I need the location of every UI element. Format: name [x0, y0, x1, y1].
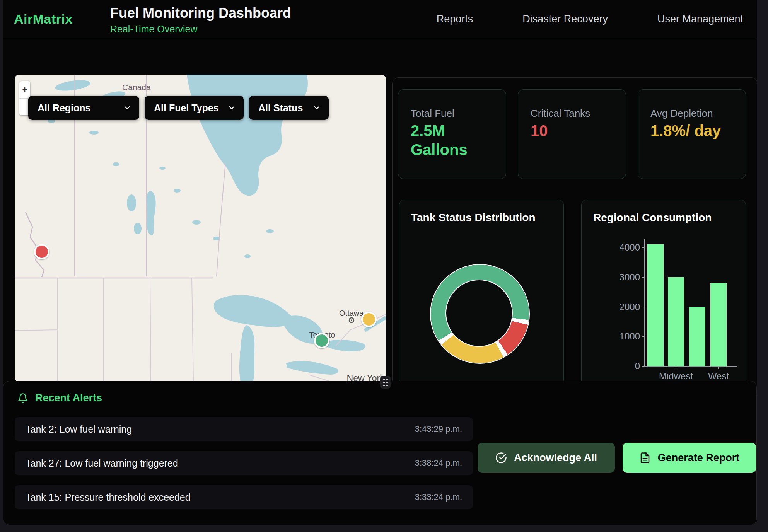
y-axis-tick-label: 2000 — [620, 302, 640, 312]
stat-card-avg-depletion: Avg Depletion1.8%/ day — [638, 89, 746, 179]
bell-icon — [17, 393, 28, 404]
regional-consumption-card: Regional Consumption 01000200030004000Mi… — [581, 200, 746, 390]
dashboard-root: AirMatrix Fuel Monitoring Dashboard Real… — [0, 0, 768, 532]
page-subtitle: Real-Time Overview — [110, 24, 291, 35]
header: AirMatrix Fuel Monitoring Dashboard Real… — [3, 0, 757, 38]
tank-marker-normal[interactable] — [314, 333, 329, 348]
regional-consumption-title: Regional Consumption — [593, 211, 712, 224]
nav-item-user-management[interactable]: User Management — [657, 13, 743, 25]
alert-time: 3:38:24 p.m. — [415, 458, 462, 468]
chevron-down-icon — [123, 104, 131, 112]
y-axis-tick-label: 0 — [635, 361, 640, 372]
alert-time: 3:33:24 p.m. — [415, 492, 462, 502]
filter-dropdown-all-fuel-types[interactable]: All Fuel Types — [145, 96, 244, 120]
alert-message: Tank 27: Low fuel warning triggered — [26, 458, 178, 469]
stat-card-total-fuel: Total Fuel2.5M Gallons — [398, 89, 506, 179]
stat-label: Total Fuel — [411, 107, 454, 119]
alert-row[interactable]: Tank 27: Low fuel warning triggered3:38:… — [15, 451, 473, 475]
y-axis-tick-label: 1000 — [620, 331, 640, 342]
regional-consumption-bar-chart: 01000200030004000MidwestWest — [644, 239, 737, 367]
stat-value: 2.5M Gallons — [411, 121, 484, 159]
nav-item-reports[interactable]: Reports — [437, 13, 473, 25]
top-nav: ReportsDisaster RecoveryUser Management — [437, 0, 743, 38]
tank-marker-warning[interactable] — [361, 312, 377, 327]
stat-value: 1.8%/ day — [650, 121, 724, 140]
acknowledge-all-label: Acknowledge All — [514, 452, 597, 464]
alert-message: Tank 2: Low fuel warning — [26, 424, 132, 435]
x-axis-tick-mark — [676, 366, 676, 369]
alert-row[interactable]: Tank 15: Pressure threshold exceeded3:33… — [15, 485, 473, 509]
bar-Midwest — [668, 277, 684, 366]
tank-marker-critical[interactable] — [34, 244, 49, 259]
stat-label: Avg Depletion — [650, 107, 713, 119]
stat-value: 10 — [531, 121, 604, 140]
tank-status-title: Tank Status Distribution — [411, 211, 536, 224]
filter-dropdown-value: All Status — [258, 102, 303, 114]
check-circle-icon — [495, 452, 507, 464]
alert-message: Tank 15: Pressure threshold exceeded — [26, 492, 191, 503]
chevron-down-icon — [312, 104, 321, 112]
filter-dropdown-value: All Regions — [38, 102, 91, 114]
chevron-down-icon — [227, 104, 236, 112]
fuel-map[interactable]: CanadaOttawaTorontoNew York — [15, 75, 386, 382]
bar-region-3 — [689, 307, 705, 366]
x-axis-tick-label: West — [708, 371, 729, 382]
bar-region-1 — [647, 244, 664, 366]
right-panel: Total Fuel2.5M GallonsCritical Tanks10Av… — [392, 77, 757, 399]
recent-alerts-panel: Recent Alerts Tank 2: Low fuel warning3:… — [3, 381, 757, 525]
map-geography — [15, 75, 386, 382]
y-axis-tick-mark — [642, 336, 645, 337]
map-filters: All RegionsAll Fuel TypesAll Status — [28, 96, 329, 120]
y-axis-tick-mark — [642, 366, 645, 367]
acknowledge-all-button[interactable]: Acknowledge All — [478, 443, 615, 473]
tank-status-card: Tank Status Distribution — [399, 200, 564, 390]
nav-item-disaster-recovery[interactable]: Disaster Recovery — [522, 13, 608, 25]
title-block: Fuel Monitoring Dashboard Real-Time Over… — [110, 5, 291, 35]
generate-report-button[interactable]: Generate Report — [623, 443, 756, 473]
filter-dropdown-all-status[interactable]: All Status — [249, 96, 329, 120]
stat-card-critical-tanks: Critical Tanks10 — [518, 89, 626, 179]
bar-West — [710, 283, 727, 366]
brand-logo: AirMatrix — [14, 12, 73, 27]
y-axis-tick-label: 3000 — [620, 272, 640, 283]
tank-status-donut-chart — [431, 265, 529, 363]
drag-handle-icon[interactable] — [380, 376, 391, 389]
filter-dropdown-value: All Fuel Types — [154, 102, 219, 114]
alert-row[interactable]: Tank 2: Low fuel warning3:43:29 p.m. — [15, 417, 473, 441]
alerts-title: Recent Alerts — [35, 392, 102, 404]
y-axis-tick-label: 4000 — [620, 242, 640, 253]
document-icon — [639, 452, 651, 464]
app-window: AirMatrix Fuel Monitoring Dashboard Real… — [3, 0, 757, 525]
alerts-header: Recent Alerts — [17, 392, 102, 404]
y-axis-tick-mark — [642, 277, 645, 278]
x-axis-tick-label: Midwest — [659, 371, 693, 382]
alert-time: 3:43:29 p.m. — [415, 424, 462, 434]
generate-report-label: Generate Report — [658, 452, 740, 464]
x-axis-tick-mark — [718, 366, 719, 369]
page-title: Fuel Monitoring Dashboard — [110, 5, 291, 21]
y-axis-tick-mark — [642, 247, 645, 248]
y-axis-tick-mark — [642, 307, 645, 307]
filter-dropdown-all-regions[interactable]: All Regions — [28, 96, 139, 120]
stat-label: Critical Tanks — [531, 107, 590, 119]
donut-hole — [445, 280, 513, 347]
